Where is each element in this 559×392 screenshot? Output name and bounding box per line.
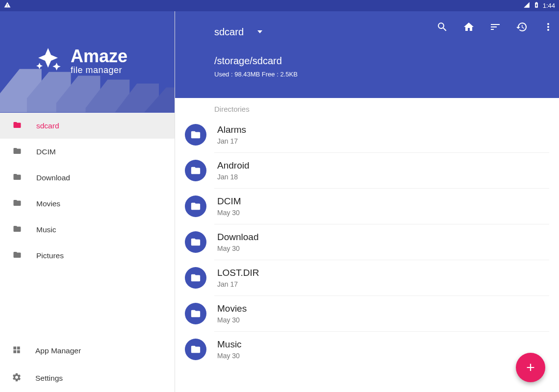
sidebar-item-sdcard[interactable]: sdcard: [0, 113, 175, 139]
folder-icon: [12, 147, 23, 157]
directory-item[interactable]: AlarmsJan 17: [214, 117, 549, 153]
directory-date: May 30: [217, 209, 241, 217]
folder-icon: [12, 172, 23, 183]
sort-icon[interactable]: [489, 21, 501, 33]
sidebar-item-label: Download: [36, 173, 70, 182]
folder-icon: [12, 198, 23, 209]
app-subtitle: file manager: [71, 65, 127, 75]
home-icon[interactable]: [463, 21, 475, 33]
battery-icon: [533, 1, 540, 10]
folder-icon: [12, 121, 23, 131]
current-path[interactable]: /storage/sdcard: [214, 55, 559, 67]
sidebar-item-label: DCIM: [36, 147, 56, 156]
toolbar-extension: [175, 87, 559, 98]
folder-icon: [185, 267, 206, 289]
warning-icon: [4, 1, 11, 10]
folder-icon: [185, 339, 206, 360]
directory-item[interactable]: MoviesMay 30: [214, 296, 549, 332]
directory-name: DCIM: [217, 196, 241, 207]
signal-icon: [523, 1, 530, 10]
directory-name: Download: [217, 232, 259, 243]
status-time: 1:44: [543, 2, 555, 9]
sidebar-item-dcim[interactable]: DCIM: [0, 139, 175, 165]
history-icon[interactable]: [516, 21, 528, 33]
folder-icon: [12, 224, 23, 235]
sidebar-header: Amaze file manager: [0, 11, 175, 113]
folder-icon: [185, 231, 206, 253]
sidebar-footer: App ManagerSettings: [0, 337, 175, 392]
sidebar-footer-label: App Manager: [35, 346, 81, 355]
directory-name: Music: [217, 339, 242, 350]
directory-date: Jan 17: [217, 137, 246, 145]
storage-usage: Used : 98.43MB Free : 2.5KB: [214, 71, 559, 78]
sidebar-item-label: Music: [36, 225, 56, 234]
directory-item[interactable]: DCIMMay 30: [214, 189, 549, 224]
main-pane: sdcard: [175, 11, 559, 392]
sidebar-item-label: Movies: [36, 199, 60, 208]
gear-icon: [12, 372, 22, 384]
sidebar-footer-app-manager[interactable]: App Manager: [0, 337, 175, 365]
sidebar-item-movies[interactable]: Movies: [0, 191, 175, 217]
folder-icon: [185, 124, 206, 146]
directory-date: May 30: [217, 352, 242, 360]
section-label: Directories: [214, 98, 549, 117]
directory-item[interactable]: LOST.DIRJan 17: [214, 260, 549, 296]
directory-listing: Directories AlarmsJan 17AndroidJan 18DCI…: [175, 98, 559, 392]
sidebar-item-music[interactable]: Music: [0, 217, 175, 243]
sidebar-list: sdcardDCIMDownloadMoviesMusicPictures: [0, 113, 175, 337]
plus-icon: +: [526, 359, 535, 376]
apps-icon: [12, 345, 22, 357]
directory-date: May 30: [217, 316, 247, 324]
app-title: Amaze: [71, 48, 127, 65]
directory-name: LOST.DIR: [217, 268, 259, 278]
app-logo-icon: [33, 46, 63, 77]
android-status-bar: 1:44: [0, 0, 559, 11]
directory-date: May 30: [217, 245, 259, 252]
toolbar: sdcard: [175, 11, 559, 87]
folder-icon: [185, 196, 206, 217]
sidebar-footer-label: Settings: [35, 374, 63, 383]
sidebar-footer-settings[interactable]: Settings: [0, 365, 175, 392]
sidebar-item-label: Pictures: [36, 251, 64, 260]
directory-name: Alarms: [217, 124, 246, 135]
folder-icon: [185, 160, 206, 181]
folder-icon: [185, 303, 206, 324]
add-fab-button[interactable]: +: [516, 353, 545, 382]
directory-item[interactable]: AndroidJan 18: [214, 153, 549, 189]
sidebar-item-download[interactable]: Download: [0, 165, 175, 191]
directory-name: Movies: [217, 303, 247, 314]
sidebar-item-label: sdcard: [36, 122, 59, 130]
directory-date: Jan 17: [217, 280, 259, 288]
overflow-menu-icon[interactable]: [542, 21, 554, 33]
directory-date: Jan 18: [217, 173, 250, 181]
search-icon[interactable]: [436, 21, 448, 33]
directory-item[interactable]: MusicMay 30: [214, 332, 549, 367]
sidebar-item-pictures[interactable]: Pictures: [0, 243, 175, 269]
folder-icon: [12, 250, 23, 261]
location-dropdown[interactable]: sdcard: [214, 26, 262, 38]
sidebar: Amaze file manager sdcardDCIMDownloadMov…: [0, 11, 175, 392]
directory-item[interactable]: DownloadMay 30: [214, 224, 549, 260]
location-label: sdcard: [214, 26, 244, 38]
chevron-down-icon: [257, 30, 262, 33]
directory-name: Android: [217, 160, 250, 171]
